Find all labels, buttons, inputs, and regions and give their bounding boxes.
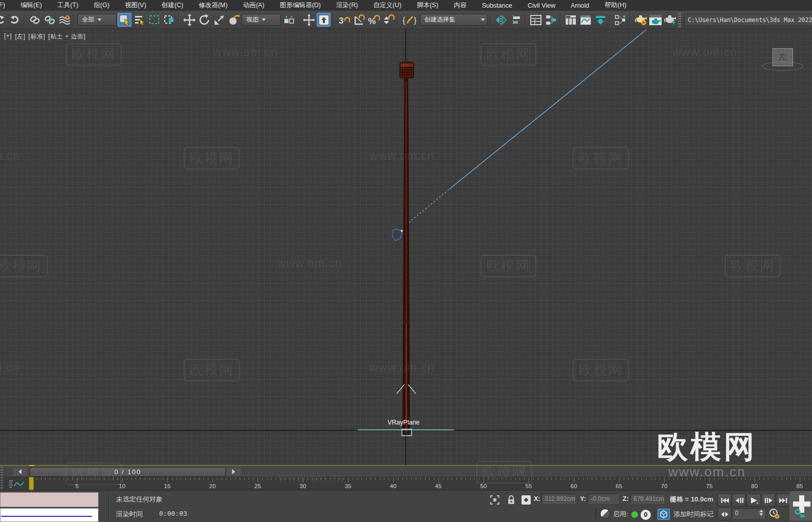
menu-item-5[interactable]: 创建(C) xyxy=(154,0,191,11)
go-to-end-button[interactable] xyxy=(776,494,790,507)
select-and-scale-button[interactable] xyxy=(212,13,226,27)
mirror-button[interactable] xyxy=(494,13,508,27)
align-button[interactable] xyxy=(509,13,523,27)
x-coord-field[interactable]: 312.892cm xyxy=(542,494,575,504)
scene-explorer-icon xyxy=(530,14,542,26)
toggle-ribbon-button[interactable] xyxy=(564,13,577,27)
track-bar[interactable]: 0510152025303540455055606570758085 xyxy=(0,477,812,490)
use-center-flyout-button[interactable] xyxy=(282,13,296,27)
menu-item-9[interactable]: 渲染(R) xyxy=(328,0,365,11)
menu-item-8[interactable]: 图形编辑器(D) xyxy=(272,0,328,11)
maxscript-mini-listener[interactable] xyxy=(0,508,99,522)
y-coord-field[interactable]: -0.0cm xyxy=(588,494,618,504)
absolute-mode-transform-button[interactable] xyxy=(520,494,532,506)
frame-spinner[interactable] xyxy=(759,510,763,516)
toggle-layer-explorer-button[interactable] xyxy=(544,13,557,27)
menu-item-4[interactable]: 视图(V) xyxy=(117,0,154,11)
z-coord-field[interactable]: 679.491cm xyxy=(630,494,664,504)
undo-button[interactable] xyxy=(0,13,7,27)
menu-item-2[interactable]: 工具(T) xyxy=(50,0,86,11)
next-frame-arrow-button[interactable] xyxy=(226,468,241,476)
maxscript-macro-recorder[interactable] xyxy=(0,492,99,507)
bind-spacewarp-button[interactable] xyxy=(57,13,71,27)
select-and-manipulate-button[interactable] xyxy=(302,13,316,27)
add-time-tag[interactable]: 添加时间标记 xyxy=(673,510,713,519)
up-arrow-icon xyxy=(319,15,329,25)
time-config-icon xyxy=(769,508,780,519)
menu-item-10[interactable]: 自定义(U) xyxy=(365,0,409,11)
time-tag-cube-button[interactable] xyxy=(658,509,670,520)
flagpole-object[interactable] xyxy=(397,62,416,434)
select-link-button[interactable] xyxy=(28,13,42,27)
play-animation-button[interactable] xyxy=(746,494,761,507)
menu-item-7[interactable]: 动画(A) xyxy=(235,0,272,11)
unlink-button[interactable] xyxy=(43,13,56,27)
menu-item-1[interactable]: 编辑(E) xyxy=(13,0,50,11)
snap-toggle-3d-button[interactable]: 3 xyxy=(337,13,351,27)
key-mode-toggle[interactable] xyxy=(718,508,731,520)
spline-vertex[interactable] xyxy=(401,230,403,232)
rendered-frame-window-button[interactable] xyxy=(648,13,662,27)
snap-3d-icon: 3 xyxy=(338,14,350,26)
selection-lock-toggle[interactable] xyxy=(506,494,517,506)
selection-filter-dropdown[interactable]: 全部 xyxy=(78,14,117,26)
select-and-place-button[interactable] xyxy=(227,13,241,27)
redo-button[interactable] xyxy=(8,13,22,27)
render-production-button[interactable] xyxy=(663,13,677,27)
menu-item-15[interactable]: Arnold xyxy=(563,1,597,10)
window-crossing-toggle[interactable] xyxy=(162,13,176,27)
menu-item-0[interactable]: 文件(F) xyxy=(0,0,13,11)
menu-item-3[interactable]: 组(G) xyxy=(86,0,118,11)
time-slider-handle[interactable]: 0 / 100 xyxy=(30,467,226,477)
rectangular-selection-region-button[interactable] xyxy=(147,13,161,27)
curve-editor-button[interactable] xyxy=(578,13,592,27)
open-mini-curve-editor-button[interactable] xyxy=(5,478,29,490)
render-setup-button[interactable] xyxy=(633,13,647,27)
spline-shape[interactable] xyxy=(392,229,402,241)
isolate-selection-toggle[interactable] xyxy=(489,494,500,506)
time-configuration-button[interactable] xyxy=(768,508,781,519)
time-slider-marker[interactable] xyxy=(29,477,34,490)
next-frame-button[interactable] xyxy=(762,494,776,507)
timeline-ruler[interactable]: 0510152025303540455055606570758085 xyxy=(28,477,812,491)
select-by-name-button[interactable] xyxy=(132,13,146,27)
menu-item-16[interactable]: 帮助(H) xyxy=(597,0,634,11)
project-folder-dropdown[interactable]: C:\Users\Han\Documents\3ds Max 2022 xyxy=(684,14,812,26)
ruler-minor-tick xyxy=(271,477,272,480)
angle-snap-toggle[interactable] xyxy=(352,13,365,27)
menu-item-14[interactable]: Civil View xyxy=(520,1,563,10)
undo-icon xyxy=(0,15,6,25)
toolbar-grip[interactable] xyxy=(678,12,681,28)
keyboard-override-toggle[interactable] xyxy=(317,13,331,27)
previous-frame-arrow-button[interactable] xyxy=(13,468,27,476)
ruler-minor-tick xyxy=(624,477,624,480)
spinner-snap-toggle[interactable] xyxy=(381,13,395,27)
schematic-view-button[interactable] xyxy=(593,13,607,27)
set-keys-button[interactable] xyxy=(789,491,812,521)
viewport-left[interactable]: [+] [左] [标准] [粘土 + 边面] xyxy=(0,29,812,465)
ruler-minor-tick xyxy=(795,477,796,480)
current-frame-field[interactable]: 0 xyxy=(732,508,765,518)
go-to-start-button[interactable] xyxy=(718,494,731,507)
previous-frame-button[interactable] xyxy=(732,494,746,507)
menu-item-13[interactable]: Substance xyxy=(474,1,520,10)
time-slider-row: 0 / 100 xyxy=(0,465,812,477)
percent-snap-toggle[interactable]: % xyxy=(366,13,380,27)
ruler-minor-tick xyxy=(248,477,249,480)
edit-named-selection-sets-button[interactable]: {} xyxy=(401,13,419,27)
adaptive-degradation-toggle[interactable] xyxy=(600,508,611,519)
reference-coordinate-dropdown[interactable]: 视图 xyxy=(242,14,281,26)
material-editor-button[interactable] xyxy=(613,13,627,27)
menu-item-12[interactable]: 内容 xyxy=(446,0,474,11)
named-selection-set-dropdown[interactable]: 创建选择集 xyxy=(420,14,488,26)
select-object-button[interactable] xyxy=(118,13,131,27)
viewcube-face[interactable]: 左 xyxy=(772,48,793,66)
menu-item-11[interactable]: 脚本(S) xyxy=(409,0,446,11)
select-and-rotate-button[interactable] xyxy=(197,13,211,27)
mirror-icon xyxy=(495,14,507,26)
select-and-move-button[interactable] xyxy=(182,13,196,27)
menu-item-6[interactable]: 修改器(M) xyxy=(191,0,235,11)
toggle-scene-explorer-button[interactable] xyxy=(529,13,543,27)
view-cube[interactable]: 左 xyxy=(772,48,793,66)
degradation-value-button[interactable]: 0 xyxy=(641,510,651,520)
